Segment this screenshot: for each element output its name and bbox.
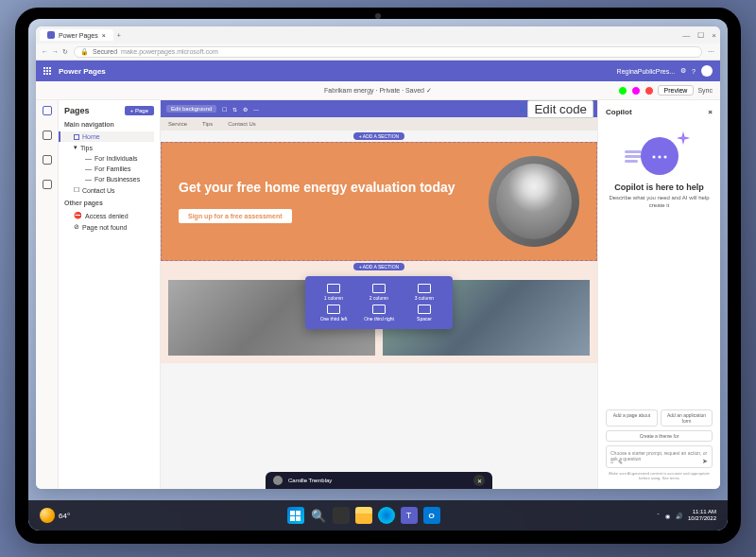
tree-item-individuals[interactable]: — For Individuals	[64, 153, 154, 164]
presence-avatar-1[interactable]	[618, 86, 627, 96]
chat-bubble-icon	[641, 137, 679, 175]
tray-chevron-icon[interactable]: ˄	[657, 513, 660, 519]
wifi-icon[interactable]: ◉	[665, 513, 670, 519]
home-icon	[74, 134, 79, 140]
volume-icon[interactable]: 🔊	[676, 513, 682, 519]
mic-icon[interactable]: ⌕	[610, 459, 614, 465]
edit-code-button[interactable]: Edit code	[527, 100, 593, 118]
clock[interactable]: 11:11 AM 10/27/2022	[688, 509, 716, 521]
browser-tab[interactable]: Power Pages ×	[40, 29, 113, 41]
tree-item-home[interactable]: Home	[59, 131, 154, 142]
copilot-disclaimer: Make sure AI-generated content is accura…	[606, 472, 713, 481]
forward-button[interactable]: →	[52, 48, 59, 56]
pages-sidebar: Pages + Page Main navigation Home ▾ Tips…	[59, 100, 161, 489]
hero-image[interactable]	[489, 156, 579, 247]
explorer-button[interactable]	[355, 507, 372, 524]
window-controls: — ☐ ×	[682, 31, 716, 40]
back-button[interactable]: ←	[42, 48, 48, 56]
tree-item-families[interactable]: — For Families	[64, 164, 154, 174]
hero-section[interactable]: Get your free home energy evaluation tod…	[161, 142, 597, 261]
teams-meeting-bar[interactable]: Camille Tremblay ✕	[266, 472, 492, 489]
suggestion-pill-1[interactable]: Add a page about	[606, 409, 658, 426]
move-icon[interactable]: ⇅	[232, 106, 237, 113]
layout-icon[interactable]: ☐	[222, 106, 227, 113]
url-text: make.powerpages.microsoft.com	[121, 48, 218, 55]
rail-data[interactable]	[40, 155, 55, 170]
tree-item-businesses[interactable]: — For Businesses	[64, 174, 154, 184]
refresh-button[interactable]: ↻	[62, 48, 68, 56]
nav-section-other: Other pages	[64, 200, 154, 206]
sync-button[interactable]: Sync	[697, 87, 713, 94]
suggestion-pill-3[interactable]: Create a theme for	[606, 430, 713, 442]
tree-item-not-found[interactable]: ⊘ Page not found	[64, 221, 154, 233]
edge-button[interactable]	[378, 507, 395, 524]
copilot-title: Copilot	[606, 108, 632, 116]
main-area: Pages + Page Main navigation Home ▾ Tips…	[36, 100, 720, 489]
task-view-button[interactable]	[333, 507, 350, 524]
weather-icon	[40, 508, 55, 523]
tab-close-icon[interactable]: ×	[102, 32, 106, 39]
add-page-button[interactable]: + Page	[125, 106, 154, 115]
url-input[interactable]: 🔒 Secured make.powerpages.microsoft.com	[74, 46, 702, 58]
picker-spacer[interactable]: Spacer	[404, 305, 445, 322]
tab-tips[interactable]: Tips	[202, 121, 213, 127]
start-button[interactable]	[287, 507, 304, 524]
meeting-hangup-icon[interactable]: ✕	[473, 475, 485, 486]
settings-icon[interactable]: ⚙	[680, 67, 686, 75]
teams-button[interactable]: T	[401, 507, 418, 524]
send-icon[interactable]: ➤	[702, 458, 708, 465]
copilot-close-icon[interactable]: ×	[708, 108, 713, 116]
close-button[interactable]: ×	[712, 31, 716, 40]
tab-service[interactable]: Service	[168, 121, 187, 127]
attach-icon[interactable]: ✎	[618, 459, 623, 465]
presence-avatar-3[interactable]	[644, 86, 654, 96]
rail-setup[interactable]	[40, 180, 55, 195]
app-launcher-icon[interactable]	[43, 67, 51, 75]
picker-third-right[interactable]: One third right	[358, 305, 400, 322]
picker-third-left[interactable]: One third left	[313, 305, 354, 322]
cta-button[interactable]: Sign up for a free assessment	[179, 209, 292, 223]
vscode-icon[interactable]: ⟨⟩	[520, 106, 524, 113]
tree-item-tips[interactable]: ▾ Tips	[64, 142, 154, 153]
help-icon[interactable]: ?	[692, 68, 696, 75]
site-breadcrumb: Fabrikam energy · Private · Saved ✓	[324, 87, 432, 95]
search-button[interactable]: 🔍	[310, 507, 327, 524]
lock-icon: 🔒	[80, 48, 89, 56]
preview-button[interactable]: Preview	[658, 85, 695, 96]
rail-pages[interactable]	[40, 106, 55, 121]
settings-section-icon[interactable]: ⚙	[243, 106, 248, 113]
copilot-prompt-input[interactable]: Choose a starter prompt, request an acti…	[606, 445, 713, 468]
edit-background-button[interactable]: Edit background	[166, 105, 216, 113]
outlook-button[interactable]: O	[423, 507, 440, 524]
tab-title: Power Pages	[59, 32, 98, 39]
hero-title[interactable]: Get your free home energy evaluation tod…	[179, 180, 475, 196]
weather-widget[interactable]: 64°	[40, 508, 70, 523]
taskbar: 64° 🔍 T O ˄ ◉ 🔊 11:11 AM 10/27/2022	[28, 500, 728, 531]
picker-3col[interactable]: 3 column	[404, 284, 445, 301]
minimize-button[interactable]: —	[682, 31, 690, 40]
tablet-frame: Power Pages × + — ☐ × ← → ↻ 🔒 Secured ma…	[15, 8, 741, 544]
more-section-icon[interactable]: ⋯	[253, 106, 259, 113]
picker-1col[interactable]: 1 column	[313, 284, 354, 301]
tree-item-contact[interactable]: ☐ Contact Us	[64, 184, 154, 196]
presence-avatar-2[interactable]	[631, 86, 641, 96]
extensions-icon[interactable]: ⋯	[708, 48, 714, 56]
copilot-panel: Copilot × Copilot is here to help Descri…	[597, 100, 720, 489]
meeting-name: Camille Tremblay	[288, 478, 332, 483]
sidebar-title: Pages	[64, 106, 90, 115]
suggestion-pill-2[interactable]: Add an application form	[661, 409, 713, 426]
new-tab-button[interactable]: +	[117, 32, 121, 39]
add-section-top[interactable]: + ADD A SECTION	[353, 132, 404, 140]
add-section-mid[interactable]: + ADD A SECTION	[353, 263, 404, 270]
org-name[interactable]: ReginaPublicPres...	[617, 68, 675, 75]
maximize-button[interactable]: ☐	[697, 31, 704, 40]
rail-styling[interactable]	[40, 131, 55, 146]
sparkle-icon	[677, 131, 690, 145]
tree-item-access-denied[interactable]: ⛔ Access denied	[64, 210, 154, 221]
browser-window: Power Pages × + — ☐ × ← → ↻ 🔒 Secured ma…	[36, 26, 720, 489]
tab-contact[interactable]: Contact Us	[228, 121, 256, 127]
nav-section-main: Main navigation	[64, 121, 154, 128]
picker-2col[interactable]: 2 column	[358, 284, 400, 301]
app-header: Power Pages ReginaPublicPres... ⚙ ?	[36, 61, 720, 81]
user-avatar[interactable]	[701, 65, 713, 77]
